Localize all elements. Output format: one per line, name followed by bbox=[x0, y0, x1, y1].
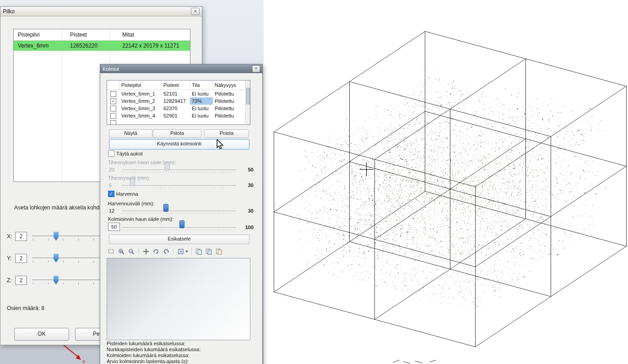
cell-pisteet: 126526220 bbox=[66, 41, 118, 51]
column-header-pistepilvi[interactable]: Pistepilvi bbox=[14, 29, 66, 40]
zoom-out-icon[interactable] bbox=[127, 248, 135, 256]
slider-value-field[interactable]: 50 bbox=[108, 223, 120, 231]
kolmioi-titlebar[interactable]: Kolmioi × bbox=[100, 64, 262, 73]
triangulation-radius-label: Kolmioinnin haun säde (mm): bbox=[108, 216, 173, 222]
column-header-pisteet[interactable]: Pisteet bbox=[162, 80, 190, 90]
scrollbar-thumb[interactable] bbox=[246, 88, 250, 104]
cell-state: Ei luotu bbox=[190, 105, 213, 112]
copy-view-file-icon[interactable] bbox=[215, 248, 223, 256]
slider-track bbox=[122, 185, 236, 186]
table-row[interactable]: ✓ Vertex_6mm_2 12829417 73% Piilotettu bbox=[107, 97, 250, 105]
table-row[interactable]: Vertex_6mm 126526220 22142 x 20179 x 112… bbox=[14, 41, 190, 51]
z-axis-value-field[interactable]: 2 bbox=[15, 276, 27, 285]
slider-max: 50 bbox=[237, 167, 254, 172]
y-axis-label: Y: bbox=[7, 255, 15, 262]
copy-view-color-icon[interactable] bbox=[205, 248, 213, 256]
thin-checkbox[interactable]: ✓ bbox=[108, 191, 114, 197]
thin-label: Harvenna bbox=[116, 191, 138, 197]
cell-points: 62370 bbox=[162, 105, 190, 112]
column-header-pisteet[interactable]: Pisteet bbox=[66, 29, 118, 40]
thinning-spacing-slider[interactable]: 12 30 bbox=[108, 207, 254, 215]
slider-thumb[interactable] bbox=[163, 204, 168, 212]
parts-count-label: Osien määrä: 8 bbox=[7, 305, 44, 311]
densify-spacing-slider: 5 30 bbox=[108, 182, 254, 190]
slider-max: 100 bbox=[237, 225, 254, 230]
column-header-pistepilvi[interactable]: Pistepilvi bbox=[119, 80, 162, 90]
triangulation-preview-area[interactable] bbox=[107, 258, 250, 340]
row-checkbox[interactable]: ✓ bbox=[110, 98, 116, 104]
preview-button[interactable]: Esikatsele bbox=[109, 235, 249, 244]
table-row[interactable]: Vertex_6mm_4 52901 Ei luotu Piilotettu bbox=[107, 112, 250, 119]
rotate-cw-icon[interactable] bbox=[152, 248, 160, 256]
fill-holes-checkbox[interactable] bbox=[108, 150, 114, 157]
table-scrollbar[interactable] bbox=[245, 80, 250, 124]
table-row[interactable]: Vertex_6mm_3 62370 Ei luotu Piilotettu bbox=[107, 105, 250, 112]
z-axis-label: Z: bbox=[7, 277, 15, 284]
stat-time-estimate-label: Arvio kolmioinnin laskenta-ajasta (s): bbox=[107, 359, 189, 364]
zoom-window-icon[interactable] bbox=[107, 248, 115, 256]
pilko-titlebar[interactable]: Pilko × bbox=[0, 7, 202, 16]
remove-button[interactable]: Poista bbox=[204, 129, 249, 138]
cell-name: Vertex_6mm_1 bbox=[119, 90, 162, 97]
copy-view-icon[interactable] bbox=[195, 248, 203, 256]
blocks-per-axis-label: Aseta lohkojen määrä akselia kohden bbox=[14, 204, 105, 211]
densify-spacing-label: Tihennysväli (mm): bbox=[108, 175, 151, 181]
start-triangulation-button[interactable]: Käynnistä kolmiointi bbox=[109, 139, 249, 150]
slider-track[interactable] bbox=[122, 227, 236, 228]
toolbar-separator bbox=[191, 248, 192, 255]
kolmioi-title: Kolmioi bbox=[103, 66, 119, 72]
slider-track[interactable] bbox=[122, 211, 236, 211]
column-header-nakyvyys[interactable]: Näkyvyys bbox=[213, 80, 250, 90]
table-row-partial[interactable] bbox=[107, 119, 250, 125]
fill-holes-label: Täytä aukot bbox=[116, 151, 142, 156]
application-window: Pilko × Pistepilvi Pisteet Mitat Vertex_… bbox=[0, 0, 628, 364]
slider-track bbox=[122, 170, 236, 170]
fit-view-dropdown-icon[interactable] bbox=[185, 251, 188, 252]
x-axis-value-field[interactable]: 2 bbox=[15, 232, 27, 241]
slider-ticks bbox=[122, 213, 236, 214]
column-header-mitat[interactable]: Mitat bbox=[118, 29, 190, 40]
row-checkbox[interactable] bbox=[110, 120, 116, 125]
cell-visibility: Piilotettu bbox=[213, 97, 250, 105]
cell-state-selected: 73% bbox=[190, 97, 213, 105]
zoom-in-icon[interactable] bbox=[117, 248, 125, 256]
rotate-ccw-icon[interactable] bbox=[162, 248, 170, 256]
cell-visibility: Piilotettu bbox=[213, 90, 250, 97]
show-button[interactable]: Näytä bbox=[109, 129, 152, 138]
table-row[interactable]: Vertex_6mm_1 52101 Ei luotu Piilotettu bbox=[107, 90, 250, 97]
cell-points: 12829417 bbox=[162, 97, 190, 105]
kolmioi-close-button[interactable]: × bbox=[252, 65, 260, 72]
cell-pistepilvi: Vertex_6mm bbox=[14, 41, 66, 51]
row-checkbox[interactable] bbox=[110, 91, 116, 97]
kolmioi-pointcloud-table[interactable]: Pistepilvi Pisteet Tila Näkyvyys Vertex_… bbox=[107, 80, 250, 125]
slider-thumb[interactable] bbox=[179, 220, 184, 228]
cell-state: Ei luotu bbox=[190, 90, 213, 97]
cell-points: 52101 bbox=[162, 90, 190, 97]
pan-icon[interactable] bbox=[142, 248, 150, 256]
cell-points: 52901 bbox=[162, 112, 190, 119]
triangulation-radius-slider[interactable]: 50 100 bbox=[108, 224, 254, 232]
kolmioi-table-header: Pistepilvi Pisteet Tila Näkyvyys bbox=[107, 80, 250, 90]
y-axis-value-field[interactable]: 2 bbox=[15, 254, 27, 263]
ok-button[interactable]: OK bbox=[14, 328, 69, 341]
stat-corner-points-label: Nurkkapisteiden lukumäärä esikatselussa: bbox=[107, 347, 200, 352]
cell-mitat: 22142 x 20179 x 11271 bbox=[118, 41, 190, 51]
slider-thumb bbox=[130, 178, 135, 186]
slider-thumb bbox=[165, 163, 170, 171]
fit-view-icon[interactable] bbox=[177, 248, 184, 256]
row-checkbox[interactable] bbox=[110, 106, 116, 112]
slider-ticks bbox=[122, 229, 236, 230]
mouse-cursor bbox=[216, 139, 225, 150]
column-header-tila[interactable]: Tila bbox=[190, 80, 213, 90]
kolmioi-dialog: Kolmioi × Pistepilvi Pisteet Tila Näkyvy… bbox=[100, 64, 263, 364]
slider-max: 30 bbox=[237, 182, 254, 188]
stat-points-label: Pisteiden lukumäärä esikatselussa: bbox=[107, 341, 185, 346]
slider-ticks bbox=[122, 187, 236, 188]
thinning-spacing-label: Harvennusväli (mm): bbox=[108, 201, 154, 206]
toolbar-separator bbox=[173, 248, 173, 255]
x-axis-label: X: bbox=[7, 233, 15, 240]
row-checkbox[interactable] bbox=[110, 113, 116, 119]
hide-button[interactable]: Piilota bbox=[153, 129, 201, 138]
pilko-close-button[interactable]: × bbox=[191, 8, 200, 15]
cell-name: Vertex_6mm_3 bbox=[119, 105, 162, 112]
